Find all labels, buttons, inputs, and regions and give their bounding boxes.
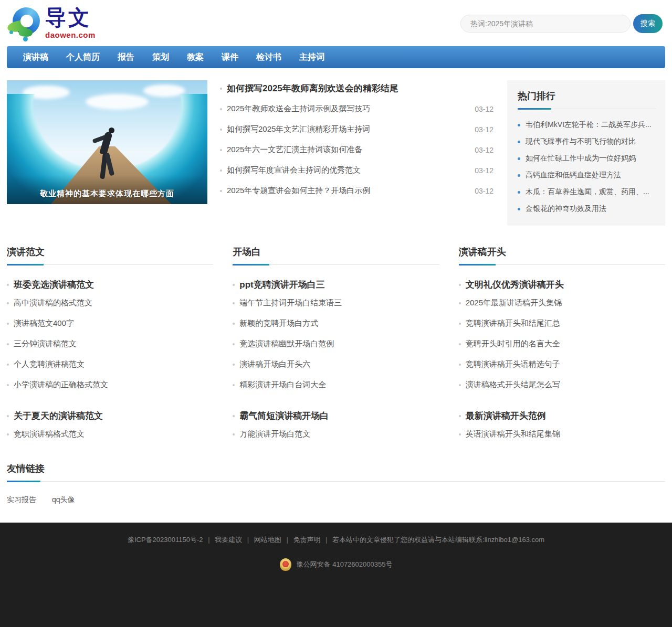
article-link[interactable]: 演讲稿开场白开头六 <box>239 359 310 369</box>
featured-link[interactable]: 最新演讲稿开头范例 <box>466 410 546 422</box>
article-link[interactable]: 竞职演讲稿格式范文 <box>14 429 85 439</box>
column-yanjiangfanwen: 演讲范文 班委竞选演讲稿范文 高中演讲稿的格式范文 演讲稿范文400字 三分钟演… <box>7 246 213 444</box>
featured-article-row: 如何撰写2025年教师离别欢送会的精彩结尾 <box>220 82 494 94</box>
article-link[interactable]: 演讲稿范文400字 <box>14 318 74 328</box>
article-link[interactable]: 新颖的竞聘开场白方式 <box>239 318 318 328</box>
article-link[interactable]: 竞聘演讲稿开头语精选句子 <box>466 359 560 369</box>
hot-rank-item[interactable]: 韦伯利MkVI左轮手枪：二战英军步兵... <box>518 116 656 133</box>
featured-link[interactable]: ppt竞聘演讲开场白三 <box>239 279 324 291</box>
friend-links-section: 友情链接 实习报告 qq头像 <box>7 462 665 505</box>
section-underline <box>7 480 665 482</box>
article-link[interactable]: 小学演讲稿的正确格式范文 <box>14 380 108 390</box>
hot-rank-item[interactable]: 现代飞碟事件与不明飞行物的对比 <box>518 133 656 150</box>
footer-link-disclaimer[interactable]: 免责声明 <box>293 536 320 544</box>
nav-item-baogao[interactable]: 报告 <box>109 46 143 68</box>
article-link[interactable]: 2025年最新讲话稿开头集锦 <box>466 298 562 308</box>
article-link[interactable]: 高中演讲稿的格式范文 <box>14 298 92 308</box>
logo-dot <box>23 37 28 41</box>
hot-rank-item[interactable]: 如何在忙碌工作中成为一位好妈妈 <box>518 150 656 167</box>
article-link[interactable]: 三分钟演讲稿范文 <box>14 339 77 349</box>
page: 导文 daowen.com 搜索 演讲稿 个人简历 报告 策划 教案 课件 检讨… <box>0 0 672 627</box>
nav-item-yanjianggao[interactable]: 演讲稿 <box>14 46 57 68</box>
group-featured-row: 关于夏天的演讲稿范文 <box>7 410 213 422</box>
runner-figure <box>90 124 121 182</box>
link-row: 三分钟演讲稿范文 <box>7 334 213 354</box>
hot-rank-item[interactable]: 金银花的神奇功效及用法 <box>518 200 656 217</box>
friend-link-qqtouxiang[interactable]: qq头像 <box>52 495 75 505</box>
article-date: 03-12 <box>475 125 494 134</box>
column-title: 演讲范文 <box>7 246 213 263</box>
article-link[interactable]: 万能演讲开场白范文 <box>239 429 310 439</box>
separator: | <box>208 536 209 544</box>
link-row: 竞选演讲稿幽默开场白范例 <box>233 334 439 354</box>
bullet-dot-icon <box>7 302 9 304</box>
footer-link-sitemap[interactable]: 网站地图 <box>254 536 281 544</box>
hot-rank-header: 热门排行 <box>518 90 656 109</box>
nav-item-kejian[interactable]: 课件 <box>213 46 247 68</box>
footer-link-suggest[interactable]: 我要建议 <box>215 536 242 544</box>
article-link[interactable]: 端午节主持词开场白结束语三 <box>239 298 342 308</box>
hot-rank-link[interactable]: 如何在忙碌工作中成为一位好妈妈 <box>526 154 636 163</box>
hot-rank-item[interactable]: 高钙血症和低钙血症处理方法 <box>518 167 656 184</box>
logo-text: 导文 daowen.com <box>45 6 96 39</box>
site-logo[interactable]: 导文 daowen.com <box>8 6 96 41</box>
footer-contact-notice: 若本站中的文章侵犯了您的权益请与本站编辑联系:linzhibo1@163.com <box>332 536 544 544</box>
search-input[interactable] <box>460 15 631 33</box>
group-featured-row: 班委竞选演讲稿范文 <box>7 279 213 291</box>
link-group: 霸气简短演讲稿开场白 万能演讲开场白范文 <box>233 410 439 444</box>
article-row: 2025年教师欢送会主持词示例及撰写技巧 03-12 <box>220 99 494 119</box>
site-footer: 豫ICP备2023001150号-2 | 我要建议 | 网站地图 | 免责声明 … <box>0 523 672 627</box>
bullet-dot-icon <box>233 284 235 286</box>
hot-rank-link[interactable]: 木瓜：百草养生逸闻，观赏、药用、... <box>526 187 649 197</box>
hot-rank-item[interactable]: 木瓜：百草养生逸闻，观赏、药用、... <box>518 184 656 200</box>
hot-rank-link[interactable]: 高钙血症和低钙血症处理方法 <box>526 171 621 180</box>
nav-item-jiantaoshu[interactable]: 检讨书 <box>247 46 290 68</box>
section-underline <box>233 263 439 265</box>
hot-rank-link[interactable]: 韦伯利MkVI左轮手枪：二战英军步兵... <box>526 120 652 130</box>
nav-item-gerenjianli[interactable]: 个人简历 <box>57 46 109 68</box>
bullet-dot-icon <box>220 108 222 110</box>
hot-rank-list: 韦伯利MkVI左轮手枪：二战英军步兵... 现代飞碟事件与不明飞行物的对比 如何… <box>518 116 656 217</box>
nav-item-jiaoan[interactable]: 教案 <box>178 46 213 68</box>
nav-item-cehua[interactable]: 策划 <box>143 46 178 68</box>
beian-link[interactable]: 豫公网安备 41072602000355号 <box>297 560 393 569</box>
link-row: 个人竞聘演讲稿范文 <box>7 354 213 375</box>
article-date: 03-12 <box>475 105 494 113</box>
featured-link[interactable]: 文明礼仪优秀演讲稿开头 <box>466 279 564 291</box>
hero-image-link[interactable]: 敬业精神的基本要求体现在哪些方面 <box>7 80 207 204</box>
bullet-dot-icon <box>459 415 461 417</box>
separator: | <box>286 536 288 544</box>
column-title: 演讲稿开头 <box>459 246 665 263</box>
article-row: 2025年六一文艺汇演主持词该如何准备 03-12 <box>220 140 494 160</box>
bullet-dot-icon <box>459 284 461 286</box>
article-link[interactable]: 英语演讲稿开头和结尾集锦 <box>466 429 560 439</box>
article-link[interactable]: 2025年六一文艺汇演主持词该如何准备 <box>227 145 466 155</box>
column-yanjianggaokaitou: 演讲稿开头 文明礼仪优秀演讲稿开头 2025年最新讲话稿开头集锦 竞聘演讲稿开头… <box>459 246 665 444</box>
article-link[interactable]: 精彩演讲开场白台词大全 <box>239 380 326 390</box>
article-link[interactable]: 2025年专题宣讲会如何主持？开场白示例 <box>227 186 466 196</box>
article-link[interactable]: 如何撰写年度宣讲会主持词的优秀范文 <box>227 165 466 175</box>
featured-link[interactable]: 霸气简短演讲稿开场白 <box>239 410 329 422</box>
article-link[interactable]: 个人竞聘演讲稿范文 <box>14 359 85 369</box>
bullet-dot-icon <box>459 384 461 386</box>
article-link[interactable]: 2025年教师欢送会主持词示例及撰写技巧 <box>227 104 466 114</box>
search-button[interactable]: 搜索 <box>633 14 663 33</box>
hot-rank-link[interactable]: 现代飞碟事件与不明飞行物的对比 <box>526 137 636 146</box>
featured-link[interactable]: 班委竞选演讲稿范文 <box>14 279 94 291</box>
bullet-dot-icon <box>220 88 222 90</box>
featured-article-title[interactable]: 如何撰写2025年教师离别欢送会的精彩结尾 <box>227 82 398 94</box>
article-link[interactable]: 竞聘开头时引用的名言大全 <box>466 339 560 349</box>
article-link[interactable]: 演讲稿格式开头结尾怎么写 <box>466 380 560 390</box>
nav-item-zhuchici[interactable]: 主持词 <box>290 46 333 68</box>
ring-bullet-icon <box>518 141 520 143</box>
separator: | <box>326 536 327 544</box>
category-columns: 演讲范文 班委竞选演讲稿范文 高中演讲稿的格式范文 演讲稿范文400字 三分钟演… <box>7 246 665 444</box>
featured-link[interactable]: 关于夏天的演讲稿范文 <box>14 410 103 422</box>
hot-rank-link[interactable]: 金银花的神奇功效及用法 <box>526 204 606 214</box>
article-link[interactable]: 竞聘演讲稿开头和结尾汇总 <box>466 318 560 328</box>
article-link[interactable]: 竞选演讲稿幽默开场白范例 <box>239 339 334 349</box>
article-row: 如何撰写2025年文艺汇演精彩开场主持词 03-12 <box>220 119 494 140</box>
article-link[interactable]: 如何撰写2025年文艺汇演精彩开场主持词 <box>227 124 466 134</box>
friend-link-shixibaogao[interactable]: 实习报告 <box>7 495 36 505</box>
bullet-dot-icon <box>7 415 9 417</box>
